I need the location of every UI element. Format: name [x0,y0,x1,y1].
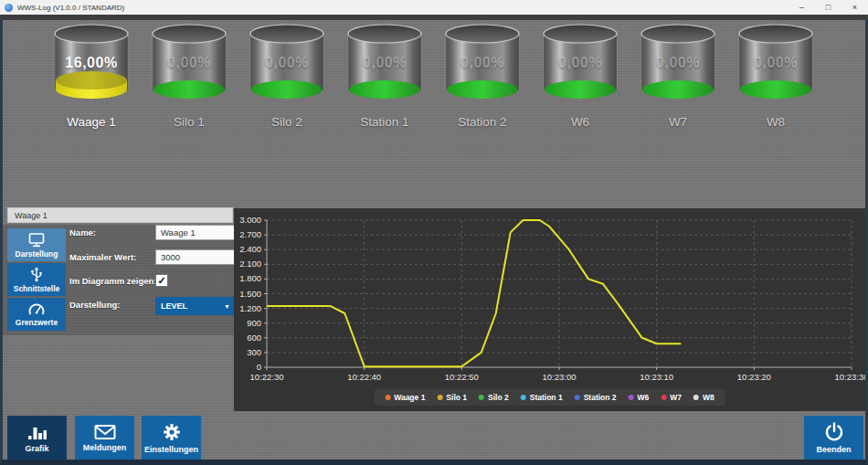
button-label: Beenden [816,445,851,454]
tank-label: Silo 2 [236,115,338,129]
gear-icon [162,422,182,442]
tank-label: Station 2 [431,115,534,129]
beenden-button[interactable]: Beenden [804,416,863,460]
window-controls: – □ × [789,0,868,15]
legend-marker [437,395,442,400]
button-label: Einstellungen [144,445,198,454]
svg-text:10:22:40: 10:22:40 [347,372,381,382]
button-label: Meldungen [83,443,127,452]
svg-text:10:23:10: 10:23:10 [640,372,673,382]
svg-text:2.700: 2.700 [239,229,261,239]
tank-fill-percentage: 0,00% [243,55,331,71]
legend-marker [385,395,390,400]
minimize-button[interactable]: – [789,0,815,15]
tank-w6[interactable]: 0,00% W6 [536,24,624,135]
tank-silo-1[interactable]: 0,00% Silo 1 [145,24,233,135]
tank-label: W6 [529,115,631,129]
svg-text:3.000: 3.000 [239,215,261,225]
legend-label: W6 [638,393,650,402]
chevron-down-icon: ▼ [224,303,230,310]
legend-label: W8 [703,393,715,402]
envelope-icon [94,424,116,440]
legend-label: Silo 1 [446,393,467,402]
tab-grenzwerte[interactable]: Grenzwerte [7,298,66,331]
svg-text:2.400: 2.400 [239,244,261,254]
legend-marker [693,395,699,400]
tab-schnittstelle[interactable]: Schnittstelle [7,263,66,296]
tank-selector[interactable]: Waage 1 [7,207,233,223]
monitor-icon [27,232,46,248]
tank-fill-percentage: 16,00% [48,55,135,71]
tank-label: W8 [725,115,827,129]
legend-marker [521,395,526,400]
show-in-chart-label: Im Diagramm zeigen: [69,276,157,286]
svg-text:10:23:20: 10:23:20 [737,372,771,382]
legend-marker [479,395,484,400]
max-value-input[interactable] [155,249,235,265]
svg-text:2.100: 2.100 [239,259,261,269]
button-label: Grafik [25,444,48,453]
svg-text:300: 300 [247,347,261,357]
legend-marker [629,395,634,400]
tank-silo-2[interactable]: 0,00% Silo 2 [243,24,331,135]
tank-label: Silo 1 [138,115,240,129]
legend-item-w6[interactable]: W6 [629,393,650,402]
tank-fill-percentage: 0,00% [732,55,820,71]
legend-label: Station 2 [584,393,617,402]
legend-label: Silo 2 [488,393,509,402]
tank-label: W7 [627,115,729,129]
legend-item-w8[interactable]: W8 [693,393,715,402]
level-chart: 3.0002.7002.4002.1001.8001.5001.20090060… [234,208,865,384]
name-input[interactable] [155,225,235,240]
grafik-button[interactable]: Grafik [7,416,67,460]
legend-item-waage-1[interactable]: Waage 1 [385,393,425,402]
maximize-button[interactable]: □ [815,0,842,15]
einstellungen-button[interactable]: Einstellungen [142,416,201,460]
display-mode-label: Darstellung: [69,300,120,310]
show-in-chart-checkbox[interactable]: ✓ [155,274,168,287]
svg-text:1.200: 1.200 [239,303,261,313]
svg-text:0: 0 [257,362,261,372]
legend-item-station-1[interactable]: Station 1 [521,393,563,402]
legend-item-station-2[interactable]: Station 2 [575,393,617,402]
tank-w7[interactable]: 0,00% W7 [634,24,722,135]
tank-fill-percentage: 0,00% [145,55,233,71]
tank-station-2[interactable]: 0,00% Station 2 [439,24,526,135]
svg-text:900: 900 [247,318,261,328]
tank-row: 16,00% Waage 1 0,00% Silo 1 0,00% Silo 2 [48,24,820,135]
svg-text:10:23:00: 10:23:00 [543,372,577,382]
tank-station-1[interactable]: 0,00% Station 1 [341,24,429,135]
checkmark-icon: ✓ [157,275,165,287]
display-mode-dropdown[interactable]: LEVEL ▼ [155,297,236,315]
tank-waage-1[interactable]: 16,00% Waage 1 [48,24,135,135]
window-title: WWS-Log (V1.0.0 / STANDARD) [17,4,789,12]
legend-item-silo-1[interactable]: Silo 1 [437,393,467,402]
tab-label: Darstellung [16,249,58,259]
settings-tabs: Darstellung Schnittstelle [7,228,66,333]
tank-label: Waage 1 [40,115,143,129]
title-bar: WWS-Log (V1.0.0 / STANDARD) – □ × [0,0,868,15]
bar-chart-icon [26,423,48,441]
power-icon [824,422,844,442]
name-label: Name: [69,227,96,238]
svg-text:600: 600 [247,333,261,343]
max-value-label: Maximaler Wert: [69,252,136,262]
tank-fill-percentage: 0,00% [536,55,624,71]
svg-text:10:23:30: 10:23:30 [835,372,865,382]
legend-marker [661,395,666,400]
tank-label: Station 1 [333,115,436,129]
tank-fill-percentage: 0,00% [439,55,526,71]
close-button[interactable]: × [842,0,868,15]
usb-icon [27,266,46,282]
tank-w8[interactable]: 0,00% W8 [732,24,820,135]
meldungen-button[interactable]: Meldungen [75,416,134,460]
main-canvas: 16,00% Waage 1 0,00% Silo 1 0,00% Silo 2 [0,20,868,465]
display-mode-value: LEVEL [161,301,224,311]
legend-item-silo-2[interactable]: Silo 2 [479,393,509,402]
tab-label: Grenzwerte [16,318,58,327]
legend-item-w7[interactable]: W7 [661,393,682,402]
legend-label: Station 1 [530,393,563,402]
legend-marker [575,395,580,400]
tab-darstellung[interactable]: Darstellung [7,228,66,261]
svg-text:10:22:30: 10:22:30 [250,372,284,382]
